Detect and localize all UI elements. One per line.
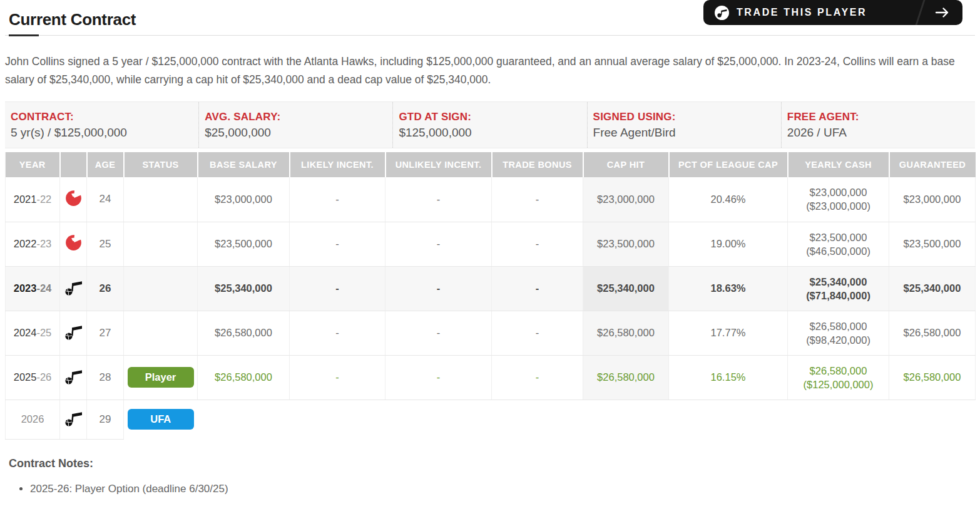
- col-age: AGE: [87, 152, 124, 177]
- yearly-cash-cumulative: ($71,840,000): [790, 289, 886, 302]
- hawks-logo-icon[interactable]: [65, 190, 82, 207]
- year-cell: 2022-23: [6, 222, 60, 266]
- team-cell: [60, 311, 87, 355]
- year-label: 2024: [14, 327, 37, 338]
- table-row: 2023-24: [6, 266, 976, 311]
- status-badge: UFA: [128, 409, 194, 430]
- status-cell: [124, 222, 198, 266]
- table-row: 2026: [6, 400, 976, 439]
- likely-incent-cell: [290, 400, 385, 439]
- unlikely-incent-cell: -: [385, 311, 492, 355]
- team-cell: [60, 400, 87, 439]
- pct-of-league-cap-cell: 16.15%: [669, 355, 788, 400]
- year-suffix-label: -22: [36, 194, 51, 205]
- guaranteed-cell: $26,580,000: [889, 355, 976, 400]
- arrow-right-icon: [935, 7, 950, 18]
- col-status: STATUS: [124, 152, 198, 177]
- age-cell: 24: [87, 177, 124, 222]
- status-cell: [124, 266, 198, 311]
- likely-incent-cell: -: [290, 355, 385, 400]
- likely-incent-cell: -: [290, 311, 385, 355]
- jazz-note-icon: [717, 8, 727, 18]
- jazz-logo-icon[interactable]: [64, 368, 83, 384]
- yearly-cash-cell: $23,000,000 ($23,000,000): [788, 177, 889, 222]
- trade-bonus-cell: [492, 400, 583, 439]
- guaranteed-cell: [889, 400, 976, 439]
- hawks-logo-icon[interactable]: [65, 234, 82, 251]
- year-suffix-label: -26: [36, 371, 51, 383]
- year-cell: 2024-25: [6, 311, 60, 355]
- pct-of-league-cap-cell: 20.46%: [669, 177, 788, 222]
- yearly-cash-cumulative: ($46,500,000): [790, 244, 886, 258]
- cap-hit-cell: $26,580,000: [583, 311, 669, 355]
- age-cell: 28: [87, 355, 124, 400]
- summary-label: CONTRACT:: [11, 111, 191, 123]
- team-cell: [60, 222, 87, 266]
- age-cell: 25: [87, 222, 124, 266]
- team-cell: [60, 266, 87, 311]
- summary-value: 5 yr(s) / $125,000,000: [11, 126, 191, 140]
- guaranteed-cell: $25,340,000: [889, 266, 976, 311]
- table-row: 2022-23: [6, 222, 976, 266]
- yearly-cash-cell: $26,580,000 ($125,000,000): [788, 355, 889, 400]
- summary-label: FREE AGENT:: [787, 111, 967, 123]
- yearly-cash-value: $23,000,000: [790, 185, 886, 199]
- cap-hit-cell: [583, 400, 669, 439]
- pct-of-league-cap-cell: 18.63%: [669, 266, 788, 311]
- unlikely-incent-cell: -: [385, 355, 492, 400]
- col-team: [60, 152, 87, 177]
- age-cell: 29: [87, 400, 124, 439]
- contract-table: YEAR AGE STATUS BASE SALARY LIKELY INCEN…: [5, 152, 976, 440]
- base-salary-cell: $23,500,000: [198, 222, 290, 266]
- year-cell: 2025-26: [6, 355, 60, 400]
- team-cell: [60, 355, 87, 400]
- contract-table-header: YEAR AGE STATUS BASE SALARY LIKELY INCEN…: [6, 152, 976, 177]
- col-likely-incent: LIKELY INCENT.: [290, 152, 385, 177]
- summary-value: $25,000,000: [205, 126, 385, 140]
- jazz-logo-icon[interactable]: [64, 324, 83, 340]
- yearly-cash-cell: $26,580,000 ($98,420,000): [788, 311, 889, 355]
- summary-label: AVG. SALARY:: [205, 111, 385, 123]
- team-cell: [60, 177, 87, 222]
- summary-label: SIGNED USING:: [593, 111, 773, 123]
- pct-of-league-cap-cell: 17.77%: [669, 311, 788, 355]
- guaranteed-cell: $23,500,000: [889, 222, 976, 266]
- yearly-cash-cumulative: ($125,000,000): [790, 378, 886, 391]
- col-pct-of-league-cap: PCT OF LEAGUE CAP: [669, 152, 788, 177]
- summary-free-agent: FREE AGENT: 2026 / UFA: [782, 102, 975, 148]
- trade-this-player-button[interactable]: TRADE THIS PLAYER: [703, 0, 962, 25]
- cap-hit-cell: $25,340,000: [583, 266, 669, 311]
- trade-bonus-cell: -: [492, 355, 583, 400]
- summary-signed-using: SIGNED USING: Free Agent/Bird: [588, 102, 782, 148]
- unlikely-incent-cell: -: [385, 177, 492, 222]
- col-year: YEAR: [6, 152, 60, 177]
- pct-of-league-cap-cell: 19.00%: [669, 222, 788, 266]
- age-cell: 26: [87, 266, 124, 311]
- guaranteed-cell: $23,000,000: [889, 177, 976, 222]
- year-cell: 2026: [6, 400, 60, 439]
- year-suffix-label: -24: [36, 282, 51, 294]
- contract-notes: Contract Notes: 2025-26: Player Option (…: [9, 457, 975, 497]
- trade-bonus-cell: -: [492, 311, 583, 355]
- jazz-logo-icon[interactable]: [64, 279, 83, 296]
- table-row: 2025-26: [6, 355, 976, 400]
- yearly-cash-value: $26,580,000: [790, 319, 886, 333]
- col-cap-hit: CAP HIT: [583, 152, 669, 177]
- col-base-salary: BASE SALARY: [198, 152, 290, 177]
- status-cell: [124, 177, 198, 222]
- yearly-cash-cumulative: ($98,420,000): [790, 333, 886, 347]
- pct-of-league-cap-cell: [669, 400, 788, 439]
- table-row: 2021-22: [6, 177, 976, 222]
- year-label: 2026: [21, 413, 44, 425]
- year-label: 2025: [14, 371, 37, 383]
- base-salary-cell: $25,340,000: [198, 266, 290, 311]
- team-logo-circle-icon: [715, 6, 729, 20]
- status-badge: Player: [128, 367, 194, 388]
- col-guaranteed: GUARANTEED: [889, 152, 976, 177]
- contract-notes-list: 2025-26: Player Option (deadline 6/30/25…: [9, 482, 975, 497]
- col-trade-bonus: TRADE BONUS: [492, 152, 583, 177]
- likely-incent-cell: -: [290, 266, 385, 311]
- trade-bonus-cell: -: [492, 266, 583, 311]
- year-label: 2022: [14, 238, 37, 249]
- jazz-logo-icon[interactable]: [64, 410, 83, 426]
